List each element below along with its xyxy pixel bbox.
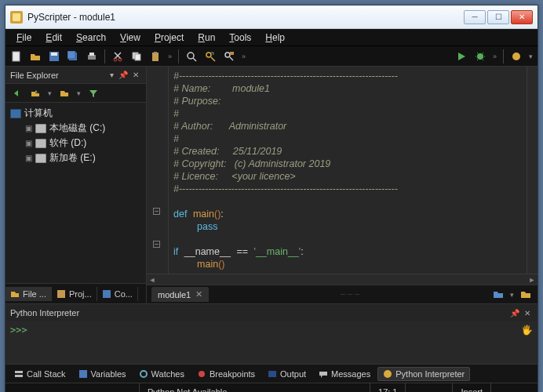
tab-python-interpreter[interactable]: Python Interpreter — [377, 367, 470, 381]
find-button[interactable] — [184, 49, 199, 64]
svg-line-14 — [193, 58, 196, 61]
back-button[interactable] — [9, 85, 24, 101]
menu-run[interactable]: Run — [191, 31, 221, 45]
bottom-tabs: Call Stack Variables Watches Breakpoints… — [5, 364, 538, 383]
fold-icon[interactable] — [153, 208, 160, 215]
copy-button[interactable] — [129, 49, 144, 64]
horizontal-scrollbar[interactable]: ◄► — [147, 274, 538, 285]
toolbar-overflow-3[interactable]: » — [491, 53, 498, 60]
tab-call-stack[interactable]: Call Stack — [9, 367, 71, 381]
tab-variables[interactable]: Variables — [73, 367, 132, 381]
left-tabs: File ... Proj... Co... — [5, 283, 146, 303]
tree-node[interactable]: ▣ 本地磁盘 (C:) — [7, 121, 144, 136]
tab-watches[interactable]: Watches — [133, 367, 190, 381]
expand-icon[interactable]: ▣ — [24, 124, 32, 132]
tree-node-label: 新加卷 (E:) — [49, 151, 96, 165]
interpreter-prompt: >>> — [10, 325, 27, 336]
interpreter-console[interactable]: >>> 🖐 — [5, 321, 538, 364]
tab-file-explorer[interactable]: File ... — [5, 287, 52, 301]
explorer-toolbar: ▾ ▾ — [5, 84, 146, 103]
cut-button[interactable] — [110, 49, 126, 64]
up-button[interactable] — [27, 85, 43, 101]
hand-icon[interactable]: 🖐 — [521, 325, 533, 336]
tab-code[interactable]: Co... — [97, 287, 138, 301]
editor-content[interactable]: #---------------------------------------… — [169, 67, 527, 274]
editor[interactable]: #---------------------------------------… — [147, 67, 538, 274]
tab-grip[interactable]: ┈┈┈ — [209, 290, 493, 299]
close-tab-icon[interactable]: ✕ — [195, 289, 202, 299]
svg-rect-27 — [268, 371, 276, 377]
replace-button[interactable] — [221, 49, 237, 64]
window-title: PyScripter - module1 — [27, 12, 464, 23]
tree-node[interactable]: ▣ 新加卷 (E:) — [7, 151, 144, 165]
tree-root[interactable]: 计算机 — [7, 106, 144, 121]
file-tree[interactable]: 计算机 ▣ 本地磁盘 (C:) ▣ 软件 (D:) ▣ 新加卷 (E:) — [5, 103, 146, 283]
maximize-button[interactable]: ☐ — [487, 10, 509, 24]
fold-icon[interactable] — [153, 241, 160, 248]
expand-icon[interactable]: ▣ — [24, 154, 32, 162]
svg-point-19 — [512, 53, 520, 60]
tab-messages[interactable]: Messages — [313, 367, 376, 381]
options-icon[interactable]: ▾ — [108, 71, 116, 79]
filter-button[interactable] — [86, 85, 101, 101]
tab-output[interactable]: Output — [262, 367, 312, 381]
svg-point-16 — [225, 53, 230, 57]
folder-icon[interactable] — [520, 290, 531, 299]
menu-tools[interactable]: Tools — [223, 31, 257, 45]
minimize-button[interactable]: ─ — [464, 10, 486, 24]
svg-rect-23 — [15, 375, 23, 377]
svg-point-25 — [140, 371, 147, 377]
toolbar-overflow-2[interactable]: » — [240, 53, 247, 60]
tab-label: File ... — [23, 289, 46, 299]
tree-node-label: 本地磁盘 (C:) — [49, 122, 105, 135]
status-mode: Insert — [452, 383, 490, 392]
toolbar-overflow-1[interactable]: » — [166, 53, 173, 60]
svg-point-26 — [199, 371, 205, 377]
print-button[interactable] — [84, 49, 100, 64]
tree-node[interactable]: ▣ 软件 (D:) — [7, 136, 144, 151]
interpreter-title: Python Interpreter — [10, 308, 79, 318]
close-pane-icon[interactable]: ✕ — [130, 71, 141, 79]
menu-help[interactable]: Help — [259, 31, 291, 45]
tab-project[interactable]: Proj... — [52, 287, 97, 301]
menu-view[interactable]: View — [114, 31, 147, 45]
pin-icon[interactable]: 📌 — [508, 309, 522, 318]
tree-node-label: 软件 (D:) — [49, 136, 86, 150]
save-button[interactable] — [46, 49, 62, 64]
menu-edit[interactable]: Edit — [39, 31, 68, 45]
folder-list-icon[interactable] — [493, 290, 504, 299]
tab-breakpoints[interactable]: Breakpoints — [191, 367, 261, 381]
tree-root-label: 计算机 — [24, 107, 53, 120]
find-next-button[interactable] — [202, 49, 218, 64]
menu-search[interactable]: Search — [70, 31, 112, 45]
interpreter-panel: Python Interpreter 📌 ✕ >>> 🖐 — [5, 303, 538, 364]
title-bar: PyScripter - module1 ─ ☐ ✕ — [5, 5, 538, 29]
paste-button[interactable] — [148, 49, 163, 64]
svg-rect-0 — [13, 52, 20, 61]
menu-project[interactable]: Project — [148, 31, 190, 45]
expand-icon[interactable]: ▣ — [24, 139, 32, 147]
browse-button[interactable] — [56, 85, 72, 101]
new-file-button[interactable] — [9, 49, 24, 64]
drive-icon — [35, 139, 46, 148]
run-button[interactable] — [454, 49, 469, 64]
save-all-button[interactable] — [65, 49, 81, 64]
close-button[interactable]: ✕ — [511, 10, 533, 24]
doc-tab-module1[interactable]: module1 ✕ — [151, 287, 209, 302]
pin-icon[interactable]: 📌 — [116, 71, 130, 79]
toolbar-overflow-4[interactable]: ▾ — [527, 53, 534, 60]
doc-tab-label: module1 — [158, 290, 191, 299]
debug-button[interactable] — [472, 49, 488, 64]
status-engine: Python Not Available — [139, 383, 235, 392]
editor-gutter[interactable] — [147, 67, 169, 274]
computer-icon — [10, 109, 21, 118]
menu-file[interactable]: File — [10, 31, 38, 45]
vertical-scrollbar[interactable] — [527, 67, 538, 274]
tab-label: Co... — [115, 289, 133, 299]
close-pane-icon[interactable]: ✕ — [522, 309, 533, 318]
python-button[interactable] — [508, 49, 524, 64]
svg-rect-12 — [154, 52, 157, 53]
svg-point-28 — [384, 370, 392, 378]
open-file-button[interactable] — [27, 49, 43, 64]
svg-rect-22 — [15, 371, 23, 373]
